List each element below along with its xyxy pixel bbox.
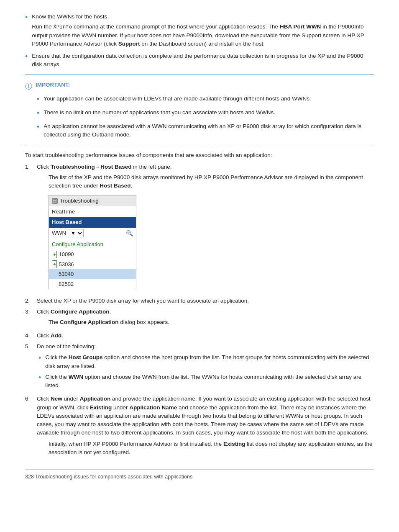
imp-dot-1: • bbox=[37, 94, 39, 105]
important-block: ⓘ IMPORTANT: bbox=[25, 81, 374, 92]
footer: 328 Troubleshooting issues for component… bbox=[25, 469, 374, 481]
bullet-dot-2: • bbox=[25, 51, 28, 62]
step-content-2: Select the XP or the P9000 disk array fo… bbox=[37, 297, 374, 305]
step-5: 5. Do one of the following: • Click the … bbox=[25, 342, 374, 392]
panel-realtime-label: RealTime bbox=[52, 208, 75, 215]
bullet-content-2: Ensure that the configuration data colle… bbox=[32, 52, 374, 69]
intro-sentence: To start troubleshooting performance iss… bbox=[25, 151, 374, 159]
sub-bullet-wwn: • Click the WWN option and choose the WW… bbox=[38, 373, 374, 390]
step2-text: Select the XP or the P9000 disk array fo… bbox=[37, 298, 249, 304]
important-bullet-2: • There is no limit on the number of app… bbox=[37, 108, 374, 119]
step-1: 1. Click Troubleshooting→Host Based in t… bbox=[25, 163, 374, 294]
panel-configure-row[interactable]: Configure Application bbox=[49, 239, 136, 250]
panel-item-label-82502: 82502 bbox=[59, 280, 74, 288]
step-num-4: 4. bbox=[25, 332, 37, 340]
step6-detail2: Initially, when HP XP P9000 Performance … bbox=[49, 440, 374, 457]
panel-realtime-row[interactable]: RealTime bbox=[49, 206, 136, 217]
step-content-3: Click Configure Application. The Configu… bbox=[37, 308, 374, 329]
support-bold: Support bbox=[118, 41, 140, 47]
bullet-content-1: Know the WWNs for the hosts. Run the XPI… bbox=[32, 13, 374, 49]
panel-item-10090[interactable]: + 10090 bbox=[49, 249, 136, 260]
important-bullets: • Your application can be associated wit… bbox=[37, 95, 374, 139]
panel-item-53040[interactable]: 53040 bbox=[49, 269, 136, 279]
configure-app-detail-bold: Configure Application bbox=[60, 319, 119, 325]
panel-hostbased-row[interactable]: Host Based bbox=[49, 217, 136, 228]
svg-rect-1 bbox=[53, 200, 56, 200]
panel-search-icon[interactable]: 🔍 bbox=[126, 229, 133, 238]
bullet-detail-1: Run the XPInfo command at the command pr… bbox=[32, 23, 374, 48]
panel-title-text: Troubleshooting bbox=[60, 197, 99, 205]
wwn-bold: WWN bbox=[69, 374, 83, 380]
panel-icon bbox=[52, 198, 58, 204]
step3-text: Click Configure Application. bbox=[37, 308, 111, 315]
hba-port-wwn-bold: HBA Port WWN bbox=[280, 23, 321, 30]
tree-panel: Troubleshooting RealTime Host Based WWN … bbox=[49, 195, 136, 289]
step-content-5: Do one of the following: • Click the Hos… bbox=[37, 342, 374, 392]
important-bullet-1: • Your application can be associated wit… bbox=[37, 95, 374, 105]
step4-text: Click Add. bbox=[37, 332, 63, 339]
new-bold: New bbox=[51, 396, 62, 402]
important-icon: ⓘ bbox=[25, 81, 32, 92]
step3-detail: The Configure Application dialog box app… bbox=[49, 318, 374, 326]
step-num-6: 6. bbox=[25, 395, 37, 403]
panel-wwn-select[interactable]: ▼ bbox=[68, 229, 84, 237]
panel-item-label-10090: 10090 bbox=[59, 250, 74, 259]
existing-detail-bold: Existing bbox=[223, 441, 246, 447]
bullet-main-2: Ensure that the configuration data colle… bbox=[32, 53, 363, 67]
panel-title-row: Troubleshooting bbox=[49, 195, 136, 206]
imp-dot-3: • bbox=[37, 121, 39, 133]
panel-icon-svg bbox=[53, 199, 57, 203]
svg-rect-3 bbox=[53, 202, 56, 203]
configure-app-bold: Configure Application bbox=[51, 308, 110, 315]
svg-rect-2 bbox=[53, 200, 56, 201]
plus-icon-10090: + bbox=[52, 251, 57, 259]
important-bullet-3: • An application cannot be associated wi… bbox=[37, 122, 374, 139]
hostbased-bold: Host Based bbox=[100, 164, 131, 170]
imp-text-3: An application cannot be associated with… bbox=[43, 122, 374, 139]
important-label: IMPORTANT: bbox=[36, 81, 70, 89]
bullet-main-1: Know the WWNs for the hosts. bbox=[32, 13, 109, 20]
imp-dot-2: • bbox=[37, 108, 39, 119]
existing-bold: Existing bbox=[90, 404, 112, 411]
panel-wwn-label: WWN bbox=[52, 229, 66, 237]
top-bullet-list: • Know the WWNs for the hosts. Run the X… bbox=[25, 13, 374, 69]
panel-wwn-row: WWN ▼ 🔍 bbox=[49, 228, 136, 239]
troubleshooting-bold: Troubleshooting bbox=[51, 164, 95, 170]
hostbased-detail-bold: Host Based bbox=[100, 182, 130, 189]
sub-bullet-hostgroups: • Click the Host Groups option and choos… bbox=[38, 353, 374, 370]
add-bold: Add bbox=[51, 332, 61, 339]
step5-sub-bullets: • Click the Host Groups option and choos… bbox=[38, 353, 374, 390]
step-content-1: Click Troubleshooting→Host Based in the … bbox=[37, 163, 374, 294]
plus-icon-53036: + bbox=[52, 260, 57, 268]
bullet-dot-1: • bbox=[25, 12, 28, 23]
panel-item-82502[interactable]: 82502 bbox=[49, 279, 136, 289]
panel-item-53036[interactable]: + 53036 bbox=[49, 260, 136, 270]
panel-configure-link[interactable]: Configure Application bbox=[52, 241, 103, 247]
sub-dot-1: • bbox=[38, 352, 41, 364]
sub-text-1: Click the Host Groups option and choose … bbox=[45, 353, 374, 370]
top-divider bbox=[25, 75, 374, 75]
step-6: 6. Click New under Application and provi… bbox=[25, 395, 374, 459]
imp-text-2: There is no limit on the number of appli… bbox=[43, 108, 374, 117]
step5-text: Do one of the following: bbox=[37, 343, 96, 350]
panel-hostbased-label: Host Based bbox=[52, 219, 82, 225]
step-content-4: Click Add. bbox=[37, 332, 374, 340]
panel-item-label-53040: 53040 bbox=[59, 270, 74, 278]
step6-text: Click New under Application and provide … bbox=[37, 396, 371, 436]
step-content-6: Click New under Application and provide … bbox=[37, 395, 374, 459]
step1-text: Click Troubleshooting→Host Based in the … bbox=[37, 164, 172, 170]
sub-dot-2: • bbox=[38, 372, 41, 383]
step-2: 2. Select the XP or the P9000 disk array… bbox=[25, 297, 374, 305]
bottom-divider bbox=[25, 145, 374, 145]
step-num-5: 5. bbox=[25, 342, 37, 351]
step-num-1: 1. bbox=[25, 163, 37, 171]
step1-detail: The list of the XP and the P9000 disk ar… bbox=[49, 173, 374, 190]
step-num-3: 3. bbox=[25, 308, 37, 316]
appname-bold: Application Name bbox=[129, 404, 177, 411]
steps-list: 1. Click Troubleshooting→Host Based in t… bbox=[25, 163, 374, 459]
arrow-bold: → bbox=[95, 164, 101, 170]
bullet-item-ensure: • Ensure that the configuration data col… bbox=[25, 52, 374, 69]
hostgroups-bold: Host Groups bbox=[69, 354, 103, 360]
xpinfo-code: XPInfo bbox=[53, 24, 72, 30]
panel-item-label-53036: 53036 bbox=[59, 260, 74, 269]
